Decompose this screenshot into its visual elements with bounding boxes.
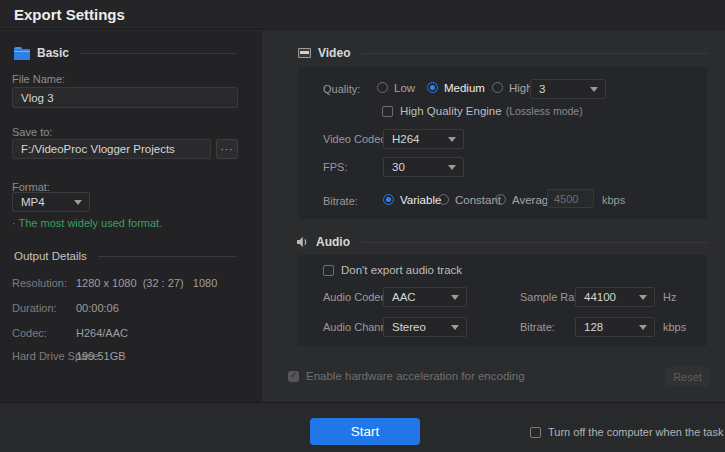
chevron-down-icon xyxy=(451,295,459,300)
audio-codec-value: AAC xyxy=(392,291,416,303)
hard-drive-space-value: 199.51GB xyxy=(76,350,126,362)
audio-settings-group: Don't export audio track Audio Codec: AA… xyxy=(298,255,707,346)
checkbox-icon xyxy=(530,427,541,438)
output-details-title: Output Details xyxy=(14,250,87,262)
turn-off-computer-checkbox[interactable]: Turn off the computer when the task is f… xyxy=(530,425,725,439)
video-section-title: Video xyxy=(318,46,350,60)
page-title: Export Settings xyxy=(14,6,125,23)
codec-value: H264/AAC xyxy=(76,327,128,339)
audio-section-header: Audio xyxy=(296,235,707,249)
radio-circle-icon xyxy=(427,82,438,93)
radio-circle-icon xyxy=(438,194,449,205)
video-settings-group: Quality: Low Medium High 3 High Quality … xyxy=(298,67,707,219)
quality-low-label: Low xyxy=(394,82,415,94)
audio-bitrate-unit-label: kbps xyxy=(663,321,686,333)
folder-icon xyxy=(14,47,30,60)
divider xyxy=(361,242,707,243)
high-quality-engine-label: High Quality Engine xyxy=(400,105,502,117)
browse-button[interactable]: ··· xyxy=(216,139,238,159)
audio-bitrate-value: 128 xyxy=(584,321,603,333)
save-to-input[interactable]: F:/VideoProc Vlogger Projects xyxy=(12,139,211,159)
file-name-label: File Name: xyxy=(12,73,65,85)
duration-label: Duration: xyxy=(12,302,57,314)
lossless-mode-note: (Lossless mode) xyxy=(506,105,583,117)
hardware-acceleration-label: Enable hardware acceleration for encodin… xyxy=(306,370,525,382)
audio-codec-label: Audio Codec: xyxy=(323,291,389,303)
bitrate-value-input[interactable]: 4500 xyxy=(547,189,594,208)
radio-circle-icon xyxy=(377,82,388,93)
divider xyxy=(98,256,237,257)
checkbox-icon xyxy=(382,106,393,117)
resolution-value: 1280 x 1080 (32 : 27) 1080 xyxy=(76,277,217,289)
divider xyxy=(361,53,707,54)
reset-button[interactable]: Reset xyxy=(665,367,710,387)
quality-medium-label: Medium xyxy=(444,82,485,94)
fps-label: FPS: xyxy=(323,161,347,173)
fps-select[interactable]: 30 xyxy=(383,157,464,177)
basic-section-title: Basic xyxy=(37,46,69,60)
format-note: · The most widely used format. xyxy=(12,217,162,229)
output-details-header: Output Details xyxy=(14,249,237,263)
chevron-down-icon xyxy=(639,325,647,330)
save-to-label: Save to: xyxy=(12,126,52,138)
radio-circle-icon xyxy=(492,82,503,93)
resolution-label: Resolution: xyxy=(12,277,67,289)
quality-radio-high[interactable]: High xyxy=(492,81,533,94)
high-quality-engine-checkbox[interactable]: High Quality Engine (Lossless mode) xyxy=(382,104,583,118)
radio-circle-icon xyxy=(383,194,394,205)
radio-circle-icon xyxy=(495,194,506,205)
format-select[interactable]: MP4 xyxy=(12,192,90,212)
codec-label: Codec: xyxy=(12,327,47,339)
duration-value: 00:00:06 xyxy=(76,302,119,314)
video-codec-label: Video Codec: xyxy=(323,133,389,145)
fps-value: 30 xyxy=(392,161,405,173)
chevron-down-icon xyxy=(74,200,82,205)
sample-rate-unit-label: Hz xyxy=(663,291,676,303)
quality-level-select[interactable]: 3 xyxy=(530,79,606,99)
audio-channel-value: Stereo xyxy=(392,321,426,333)
quality-radio-low[interactable]: Low xyxy=(377,81,415,94)
bitrate-radio-constant[interactable]: Constant xyxy=(438,193,501,206)
quality-label: Quality: xyxy=(323,83,360,95)
video-bitrate-label: Bitrate: xyxy=(323,195,358,207)
audio-bitrate-label: Bitrate: xyxy=(520,321,555,333)
title-bar: Export Settings xyxy=(0,0,725,30)
basic-section-header: Basic xyxy=(14,46,237,60)
bitrate-radio-average[interactable]: Average xyxy=(495,193,555,206)
video-section-header: Video xyxy=(298,46,707,60)
settings-panel: Video Quality: Low Medium High 3 xyxy=(262,31,725,402)
file-name-input[interactable]: Vlog 3 xyxy=(12,87,238,108)
divider xyxy=(80,53,237,54)
basic-panel: Basic File Name: Vlog 3 Save to: F:/Vide… xyxy=(0,31,262,402)
chevron-down-icon xyxy=(639,295,647,300)
action-bar: Start Turn off the computer when the tas… xyxy=(0,402,725,452)
audio-codec-select[interactable]: AAC xyxy=(383,287,467,307)
audio-section-title: Audio xyxy=(316,235,350,249)
checkbox-checked-icon xyxy=(288,371,299,382)
dont-export-audio-label: Don't export audio track xyxy=(341,264,462,276)
speaker-icon xyxy=(296,236,309,248)
bitrate-unit-label: kbps xyxy=(602,194,625,206)
chevron-down-icon xyxy=(448,165,456,170)
bitrate-variable-label: Variable xyxy=(400,194,441,206)
video-icon xyxy=(298,48,311,58)
sample-rate-value: 44100 xyxy=(584,291,616,303)
video-codec-value: H264 xyxy=(392,133,420,145)
hardware-acceleration-checkbox[interactable]: Enable hardware acceleration for encodin… xyxy=(288,369,525,383)
quality-radio-medium[interactable]: Medium xyxy=(427,81,485,94)
audio-channel-select[interactable]: Stereo xyxy=(383,317,467,337)
video-codec-select[interactable]: H264 xyxy=(383,129,464,149)
export-settings-window: Export Settings Basic File Name: Vlog 3 … xyxy=(0,0,725,452)
format-value: MP4 xyxy=(21,196,45,208)
audio-bitrate-select[interactable]: 128 xyxy=(575,317,655,337)
turn-off-computer-label: Turn off the computer when the task is f… xyxy=(548,426,725,438)
chevron-down-icon xyxy=(590,87,598,92)
sample-rate-select[interactable]: 44100 xyxy=(575,287,655,307)
chevron-down-icon xyxy=(451,325,459,330)
checkbox-icon xyxy=(323,265,334,276)
dont-export-audio-checkbox[interactable]: Don't export audio track xyxy=(323,263,462,277)
start-button[interactable]: Start xyxy=(310,418,420,445)
chevron-down-icon xyxy=(448,137,456,142)
bitrate-radio-variable[interactable]: Variable xyxy=(383,193,441,206)
quality-level-value: 3 xyxy=(539,83,545,95)
